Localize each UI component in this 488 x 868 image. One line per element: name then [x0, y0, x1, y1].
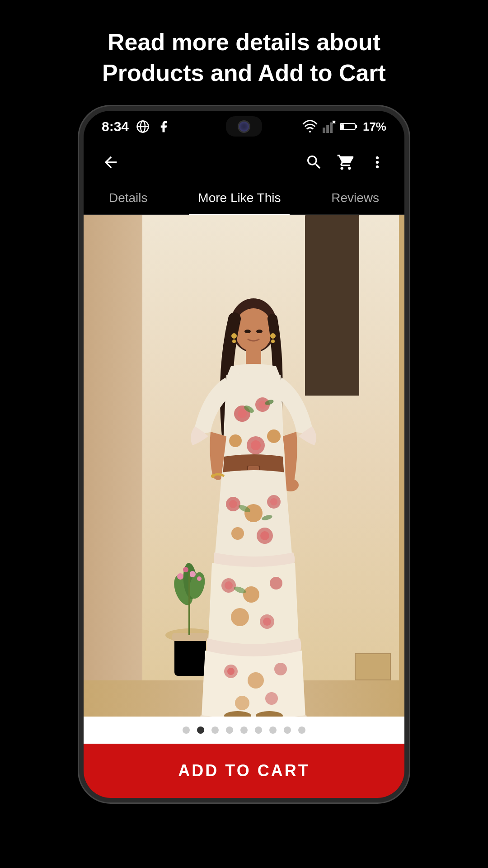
- svg-point-28: [232, 340, 236, 343]
- svg-point-21: [197, 576, 202, 581]
- svg-point-46: [244, 504, 263, 522]
- product-image-container: [84, 215, 404, 717]
- product-image: [84, 215, 404, 717]
- svg-point-26: [256, 330, 263, 333]
- svg-point-18: [177, 573, 183, 580]
- svg-point-63: [227, 668, 235, 675]
- phone-frame: 8:34: [79, 106, 409, 802]
- svg-point-20: [189, 571, 196, 577]
- model-illustration: [159, 283, 348, 717]
- tab-reviews[interactable]: Reviews: [322, 186, 388, 210]
- svg-point-29: [270, 333, 276, 339]
- svg-point-27: [231, 333, 237, 339]
- signal-icon: [322, 120, 336, 133]
- svg-point-48: [270, 498, 277, 505]
- status-bar: 8:34: [84, 111, 404, 142]
- svg-point-58: [231, 608, 249, 626]
- camera-notch: [226, 116, 262, 137]
- svg-point-65: [274, 663, 287, 675]
- svg-rect-32: [248, 466, 259, 471]
- svg-point-66: [235, 696, 249, 710]
- dot-9[interactable]: [298, 726, 305, 734]
- right-edge: [399, 215, 404, 717]
- bg-wall-left: [84, 215, 142, 717]
- svg-rect-6: [330, 123, 333, 133]
- dot-5[interactable]: [240, 726, 248, 734]
- svg-point-57: [270, 577, 282, 590]
- svg-point-3: [309, 131, 311, 132]
- header-line2: Products and Add to Cart: [102, 60, 386, 86]
- svg-rect-13: [174, 635, 206, 676]
- dot-6[interactable]: [255, 726, 262, 734]
- battery-icon: [340, 121, 358, 132]
- svg-rect-10: [355, 125, 357, 128]
- svg-point-41: [267, 429, 281, 443]
- svg-point-30: [271, 340, 275, 343]
- facebook-icon: [157, 120, 170, 133]
- status-bar-right: 17%: [302, 120, 386, 134]
- svg-point-40: [251, 440, 261, 450]
- svg-point-19: [183, 567, 188, 572]
- dot-7[interactable]: [269, 726, 277, 734]
- svg-point-51: [260, 531, 269, 540]
- dot-4[interactable]: [226, 726, 233, 734]
- svg-point-35: [238, 409, 247, 418]
- dot-2[interactable]: [197, 726, 204, 734]
- more-options-button[interactable]: [364, 149, 391, 176]
- svg-point-24: [235, 308, 272, 352]
- nav-right-icons: [300, 149, 391, 176]
- wifi-icon: [302, 120, 318, 133]
- svg-point-37: [258, 401, 267, 409]
- world-icon: [136, 120, 150, 133]
- svg-rect-11: [341, 124, 344, 129]
- nav-bar: [84, 142, 404, 182]
- svg-rect-4: [323, 128, 325, 133]
- add-to-cart-button[interactable]: ADD TO CART: [84, 744, 404, 798]
- svg-point-67: [265, 692, 278, 705]
- camera-lens: [238, 120, 250, 133]
- search-button[interactable]: [300, 149, 328, 176]
- svg-rect-5: [326, 125, 329, 133]
- dot-8[interactable]: [284, 726, 291, 734]
- page-header: Read more details about Products and Add…: [66, 27, 422, 88]
- image-dots-bar: [84, 717, 404, 744]
- cart-button[interactable]: [332, 149, 359, 176]
- svg-point-68: [211, 474, 215, 478]
- tabs-bar: Details More Like This Reviews: [84, 182, 404, 215]
- status-bar-left: 8:34: [102, 119, 170, 134]
- svg-point-64: [248, 672, 264, 689]
- dot-3[interactable]: [211, 726, 219, 734]
- svg-point-38: [229, 434, 242, 447]
- svg-point-55: [225, 581, 233, 590]
- svg-point-49: [231, 527, 244, 540]
- svg-point-56: [243, 586, 259, 603]
- tab-details[interactable]: Details: [100, 186, 157, 210]
- svg-point-60: [263, 618, 271, 626]
- dot-1[interactable]: [183, 726, 190, 734]
- add-to-cart-label: ADD TO CART: [178, 761, 310, 780]
- svg-point-25: [244, 330, 251, 333]
- status-time: 8:34: [102, 119, 129, 134]
- decor-box: [355, 653, 391, 680]
- header-line1: Read more details about: [108, 29, 380, 55]
- svg-point-45: [229, 500, 237, 508]
- tab-more-like-this[interactable]: More Like This: [189, 186, 290, 210]
- battery-percent: 17%: [363, 120, 386, 134]
- back-button[interactable]: [97, 149, 124, 176]
